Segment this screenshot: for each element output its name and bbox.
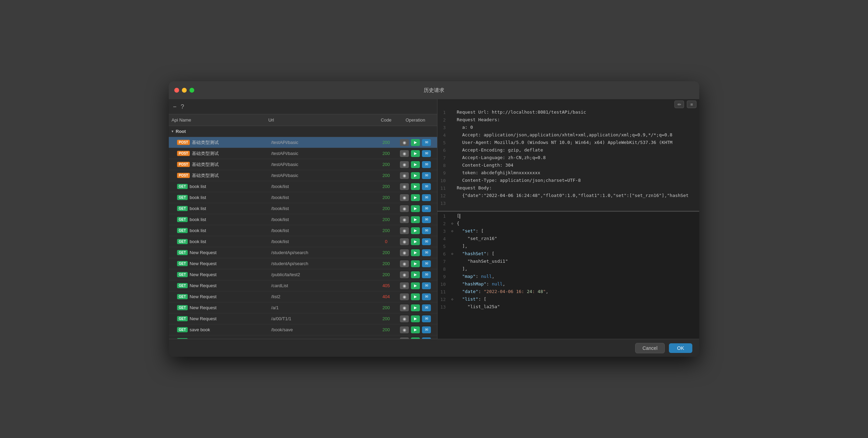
table-row[interactable]: GET book list /book/list 0 ◉ ▶ ✉	[169, 236, 437, 247]
eye-icon-button[interactable]: ◉	[400, 249, 409, 256]
play-icon-button[interactable]: ▶	[411, 205, 420, 212]
line-content: "date": "2022-04-06 16: 24: 48",	[457, 289, 699, 294]
ok-button[interactable]: OK	[669, 343, 692, 353]
line-number: 6	[437, 251, 451, 257]
chat-icon-button[interactable]: ✉	[422, 304, 431, 311]
chat-icon-button[interactable]: ✉	[422, 260, 431, 267]
table-row[interactable]: POST 基础类型测试 /testAPi/basic 200 ◉ ▶ ✉	[169, 148, 437, 159]
chat-icon-button[interactable]: ✉	[422, 326, 431, 333]
fold-icon[interactable]: ◇	[451, 221, 457, 225]
eye-icon-button[interactable]: ◉	[400, 315, 409, 322]
table-row[interactable]: GET New Request /a/1 200 ◉ ▶ ✉	[169, 302, 437, 313]
play-icon-button[interactable]: ▶	[411, 315, 420, 322]
list-icon-button[interactable]: ≡	[687, 101, 696, 108]
play-icon-button[interactable]: ▶	[411, 150, 420, 157]
row-code: 0	[376, 239, 396, 244]
fold-icon[interactable]: ◇	[451, 228, 457, 233]
play-icon-button[interactable]: ▶	[411, 238, 420, 245]
chat-icon-button[interactable]: ✉	[422, 238, 431, 245]
eye-icon-button[interactable]: ◉	[400, 139, 409, 146]
code-line: 2◇{	[437, 221, 699, 228]
play-icon-button[interactable]: ▶	[411, 172, 420, 179]
play-icon-button[interactable]: ▶	[411, 271, 420, 278]
fold-icon	[451, 236, 457, 237]
table-row[interactable]: GET book list /book/list 200 ◉ ▶ ✉	[169, 225, 437, 236]
minus-button[interactable]: −	[173, 104, 177, 110]
help-button[interactable]: ?	[181, 104, 184, 110]
table-row[interactable]: GET New Request /studentApi/search 200 ◉…	[169, 247, 437, 258]
eye-icon-button[interactable]: ◉	[400, 260, 409, 267]
table-row[interactable]: POST 基础类型测试 /testAPi/basic 200 ◉ ▶ ✉	[169, 137, 437, 148]
chat-icon-button[interactable]: ✉	[422, 282, 431, 289]
eye-icon-button[interactable]: ◉	[400, 205, 409, 212]
row-name: GET book list	[177, 239, 271, 244]
table-row[interactable]: GET New Request /list2 404 ◉ ▶ ✉	[169, 291, 437, 302]
method-badge: GET	[177, 283, 188, 288]
eye-icon-button[interactable]: ◉	[400, 161, 409, 168]
table-body[interactable]: POST 基础类型测试 /testAPi/basic 200 ◉ ▶ ✉ POS…	[169, 137, 437, 339]
eye-icon-button[interactable]: ◉	[400, 227, 409, 234]
chat-icon-button[interactable]: ✉	[422, 205, 431, 212]
chat-icon-button[interactable]: ✉	[422, 315, 431, 322]
table-row[interactable]: GET book list /book/list 200 ◉ ▶ ✉	[169, 181, 437, 192]
play-icon-button[interactable]: ▶	[411, 282, 420, 289]
play-icon-button[interactable]: ▶	[411, 183, 420, 190]
play-icon-button[interactable]: ▶	[411, 194, 420, 201]
chat-icon-button[interactable]: ✉	[422, 271, 431, 278]
eye-icon-button[interactable]: ◉	[400, 150, 409, 157]
table-row[interactable]: GET New Request /cardList 405 ◉ ▶ ✉	[169, 280, 437, 291]
maximize-button[interactable]	[189, 88, 194, 93]
play-icon-button[interactable]: ▶	[411, 249, 420, 256]
table-row[interactable]: GET New Request /studentApi/search 200 ◉…	[169, 258, 437, 269]
table-row[interactable]: GET New Request /public/ta/test2 200 ◉ ▶…	[169, 269, 437, 280]
fold-icon	[451, 281, 457, 282]
pencil-icon-button[interactable]: ✏	[674, 101, 684, 108]
chat-icon-button[interactable]: ✉	[422, 139, 431, 146]
table-row[interactable]: GET New Request /a/00/T1/1 200 ◉ ▶ ✉	[169, 313, 437, 324]
eye-icon-button[interactable]: ◉	[400, 271, 409, 278]
chat-icon-button[interactable]: ✉	[422, 194, 431, 201]
table-row[interactable]: POST 基础类型测试 /testAPi/basic 200 ◉ ▶ ✉	[169, 170, 437, 181]
play-icon-button[interactable]: ▶	[411, 161, 420, 168]
eye-icon-button[interactable]: ◉	[400, 216, 409, 223]
cancel-button[interactable]: Cancel	[635, 343, 665, 353]
play-icon-button[interactable]: ▶	[411, 260, 420, 267]
eye-icon-button[interactable]: ◉	[400, 238, 409, 245]
eye-icon-button[interactable]: ◉	[400, 304, 409, 311]
eye-icon-button[interactable]: ◉	[400, 326, 409, 333]
play-icon-button[interactable]: ▶	[411, 304, 420, 311]
table-row[interactable]: GET books page /book/page 200 ◉ ▶ ✉	[169, 335, 437, 339]
eye-icon-button[interactable]: ◉	[400, 194, 409, 201]
eye-icon-button[interactable]: ◉	[400, 172, 409, 179]
play-icon-button[interactable]: ▶	[411, 227, 420, 234]
chat-icon-button[interactable]: ✉	[422, 172, 431, 179]
play-icon-button[interactable]: ▶	[411, 326, 420, 333]
play-icon-button[interactable]: ▶	[411, 216, 420, 223]
table-row[interactable]: POST 基础类型测试 /testAPi/basic 200 ◉ ▶ ✉	[169, 159, 437, 170]
eye-icon-button[interactable]: ◉	[400, 183, 409, 190]
eye-icon-button[interactable]: ◉	[400, 282, 409, 289]
minimize-button[interactable]	[182, 88, 187, 93]
table-row[interactable]: GET book list /book/list 200 ◉ ▶ ✉	[169, 192, 437, 203]
fold-icon	[451, 170, 457, 171]
table-row[interactable]: GET book list /book/list 200 ◉ ▶ ✉	[169, 203, 437, 214]
row-url: /book/list	[271, 217, 376, 222]
chat-icon-button[interactable]: ✉	[422, 293, 431, 300]
table-row[interactable]: GET save book /book/save 200 ◉ ▶ ✉	[169, 324, 437, 335]
chat-icon-button[interactable]: ✉	[422, 183, 431, 190]
close-button[interactable]	[174, 88, 179, 93]
row-name: GET New Request	[177, 272, 271, 277]
row-code: 200	[376, 140, 396, 145]
chat-icon-button[interactable]: ✉	[422, 161, 431, 168]
fold-icon[interactable]: ◇	[451, 296, 457, 301]
play-icon-button[interactable]: ▶	[411, 139, 420, 146]
table-row[interactable]: GET book list /book/list 200 ◉ ▶ ✉	[169, 214, 437, 225]
method-badge: GET	[177, 272, 188, 277]
fold-icon[interactable]: ◇	[451, 251, 457, 255]
play-icon-button[interactable]: ▶	[411, 293, 420, 300]
chat-icon-button[interactable]: ✉	[422, 249, 431, 256]
chat-icon-button[interactable]: ✉	[422, 150, 431, 157]
eye-icon-button[interactable]: ◉	[400, 293, 409, 300]
chat-icon-button[interactable]: ✉	[422, 216, 431, 223]
chat-icon-button[interactable]: ✉	[422, 227, 431, 234]
